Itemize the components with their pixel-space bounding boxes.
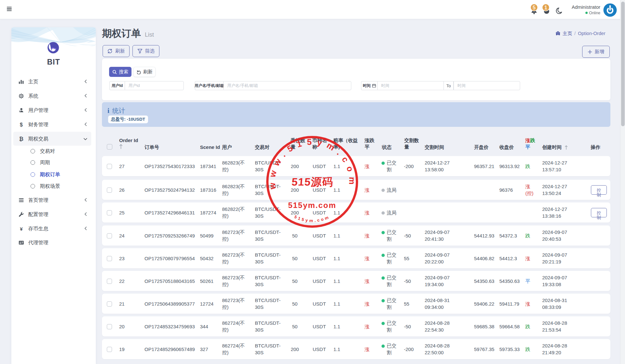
svg-text:515ym.com: 515ym.com [288, 201, 336, 210]
svg-text:515ym.com: 515ym.com [294, 214, 331, 223]
svg-text:₿: ₿ [19, 136, 23, 142]
svg-text:515源码: 515源码 [291, 176, 334, 188]
svg-text:5: 5 [533, 5, 536, 10]
svg-text:$: $ [20, 122, 23, 127]
svg-text:¥: ¥ [20, 226, 23, 232]
svg-text:1: 1 [544, 5, 547, 10]
